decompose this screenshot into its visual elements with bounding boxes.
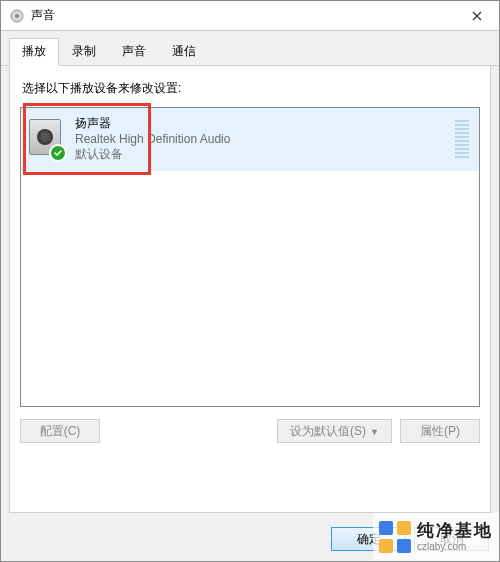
chevron-down-icon: ▼ — [370, 427, 379, 437]
set-default-button[interactable]: 设为默认值(S)▼ — [277, 419, 392, 443]
configure-button[interactable]: 配置(C) — [20, 419, 100, 443]
properties-button[interactable]: 属性(P) — [400, 419, 480, 443]
svg-point-1 — [15, 14, 19, 18]
tab-recording[interactable]: 录制 — [59, 38, 109, 66]
device-text: 扬声器 Realtek High Definition Audio 默认设备 — [75, 116, 455, 163]
instruction-label: 选择以下播放设备来修改设置: — [20, 80, 480, 97]
default-check-icon — [49, 144, 67, 162]
close-button[interactable] — [454, 1, 499, 30]
level-meter — [455, 120, 469, 158]
panel-button-row: 配置(C) 设为默认值(S)▼ 属性(P) — [20, 419, 480, 443]
tab-communications[interactable]: 通信 — [159, 38, 209, 66]
cancel-button[interactable]: 取消 — [414, 527, 489, 551]
speaker-icon — [29, 119, 65, 159]
dialog-footer: 确定 取消 — [1, 521, 499, 561]
tab-sounds[interactable]: 声音 — [109, 38, 159, 66]
set-default-label: 设为默认值(S) — [290, 424, 366, 438]
tab-playback[interactable]: 播放 — [9, 38, 59, 66]
device-list[interactable]: 扬声器 Realtek High Definition Audio 默认设备 — [20, 107, 480, 407]
device-name: 扬声器 — [75, 116, 455, 132]
title-bar: 声音 — [1, 1, 499, 31]
device-list-wrapper: 扬声器 Realtek High Definition Audio 默认设备 — [20, 107, 480, 407]
ok-button[interactable]: 确定 — [331, 527, 406, 551]
sound-dialog: 声音 播放 录制 声音 通信 选择以下播放设备来修改设置: — [0, 0, 500, 562]
device-status: 默认设备 — [75, 147, 455, 163]
tab-panel: 选择以下播放设备来修改设置: 扬声器 Realtek High Definiti… — [9, 66, 491, 513]
app-icon — [9, 8, 25, 24]
tab-strip: 播放 录制 声音 通信 — [1, 31, 499, 66]
window-title: 声音 — [31, 7, 454, 24]
device-driver: Realtek High Definition Audio — [75, 132, 455, 148]
device-item-speakers[interactable]: 扬声器 Realtek High Definition Audio 默认设备 — [21, 108, 479, 171]
